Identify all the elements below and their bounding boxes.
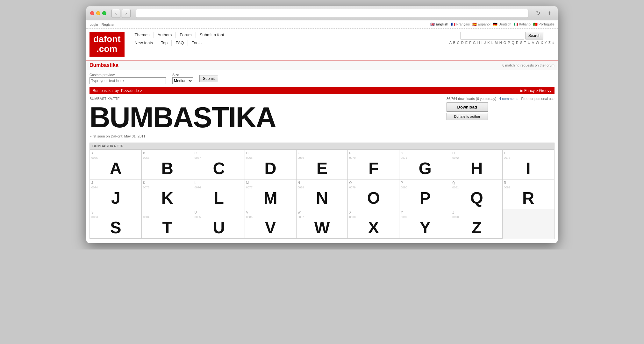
- char-code: 0073: [504, 156, 510, 159]
- page-content: Login | Register 🇬🇧 English 🇫🇷 Français …: [86, 20, 558, 243]
- char-glyph: B: [143, 160, 192, 177]
- font-name-link[interactable]: Bumbastika: [93, 88, 113, 93]
- author-link[interactable]: Pizzadude: [121, 88, 139, 93]
- minimize-button[interactable]: [96, 11, 100, 15]
- close-button[interactable]: [90, 11, 94, 15]
- char-glyph: T: [143, 219, 192, 236]
- char-code: 0071: [401, 156, 407, 159]
- char-cell-p: P0080 P: [399, 179, 451, 209]
- custom-preview-label: Custom preview: [89, 73, 166, 77]
- nav-tools[interactable]: Tools: [188, 40, 205, 46]
- char-label: N0078: [298, 181, 347, 190]
- nav-forum[interactable]: Forum: [176, 32, 196, 38]
- char-code: 0079: [349, 186, 355, 189]
- char-code: 0067: [195, 156, 201, 159]
- char-label: B0066: [143, 151, 192, 160]
- char-label: G0071: [401, 151, 449, 160]
- char-cell-i: I0073 I: [503, 150, 554, 179]
- char-glyph: N: [298, 190, 347, 206]
- top-bar: Login | Register 🇬🇧 English 🇫🇷 Français …: [86, 20, 558, 29]
- site-logo[interactable]: dafont .com: [89, 32, 125, 57]
- lang-en[interactable]: 🇬🇧 English: [430, 22, 448, 26]
- nav-authors[interactable]: Authors: [154, 32, 176, 38]
- char-code: 0074: [91, 186, 98, 189]
- char-cell-j: J0074 J: [90, 179, 142, 209]
- char-label: V0086: [246, 210, 295, 219]
- font-left: BUMBASTIKA.TTF BUMBASTIKA First seen on …: [89, 95, 276, 138]
- char-code: 0066: [143, 156, 149, 159]
- nav-new-fonts[interactable]: New fonts: [131, 40, 157, 46]
- search-button[interactable]: Search: [526, 32, 543, 39]
- maximize-button[interactable]: [102, 11, 106, 15]
- custom-preview-section: Custom preview: [89, 73, 166, 84]
- char-code: 0076: [195, 186, 201, 189]
- char-cell-a: A0065 A: [90, 150, 142, 179]
- char-cell-d: D0068 D: [245, 150, 297, 179]
- font-downloads: 36,764 downloads (6 yesterday) 4 comment…: [447, 97, 555, 101]
- login-link[interactable]: Login: [89, 23, 98, 26]
- char-label: D0068: [246, 151, 295, 160]
- font-filename: BUMBASTIKA.TTF: [89, 95, 276, 101]
- char-label: I0073: [504, 151, 553, 160]
- lang-es[interactable]: 🇪🇸 Español: [472, 22, 490, 26]
- lang-it[interactable]: 🇮🇹 Italiano: [514, 22, 531, 26]
- char-code: 0068: [246, 156, 253, 159]
- custom-preview-input[interactable]: [89, 77, 166, 84]
- nav-submit-font[interactable]: Submit a font: [196, 32, 228, 38]
- char-glyph: D: [246, 160, 295, 177]
- char-label: Y0089: [401, 210, 449, 219]
- char-code: 0088: [349, 215, 355, 219]
- font-author-bar: Bumbastika by Pizzadude ↗ in Fancy > Gro…: [89, 87, 555, 94]
- search-input[interactable]: [461, 32, 524, 39]
- char-glyph: M: [246, 190, 295, 206]
- size-select[interactable]: Medium Small Large: [172, 77, 193, 84]
- char-code: 0072: [452, 156, 459, 159]
- add-tab-button[interactable]: +: [545, 9, 554, 18]
- char-code: 0090: [452, 215, 459, 219]
- char-label: M0077: [246, 181, 295, 190]
- char-label: S0083: [91, 210, 140, 219]
- main-nav: Themes Authors Forum Submit a font: [131, 32, 443, 38]
- char-cell-y: Y0089 Y: [399, 209, 451, 239]
- lang-fr[interactable]: 🇫🇷 Français: [451, 22, 470, 26]
- nav-top[interactable]: Top: [157, 40, 172, 46]
- char-code: 0077: [246, 186, 253, 189]
- download-button[interactable]: Download: [447, 102, 488, 112]
- first-seen: First seen on DaFont: May 31, 2011: [89, 134, 276, 138]
- char-cell-k: K0075 K: [142, 179, 193, 209]
- char-glyph: X: [349, 219, 398, 236]
- char-grid-title: BUMBASTIKA.TTF: [90, 143, 554, 150]
- address-bar[interactable]: [136, 9, 528, 18]
- char-glyph: E: [298, 160, 347, 177]
- lang-de[interactable]: 🇩🇪 Deutsch: [493, 22, 511, 26]
- char-label: C0067: [195, 151, 243, 160]
- char-glyph: K: [143, 190, 192, 206]
- donate-button[interactable]: Donate to author: [447, 113, 488, 120]
- char-cell-q: Q0081 Q: [451, 179, 503, 209]
- char-cell-u: U0085 U: [193, 209, 245, 239]
- char-code: 0087: [298, 215, 304, 219]
- char-code: 0075: [143, 186, 149, 189]
- char-code: 0089: [401, 215, 407, 219]
- char-label: F0070: [349, 151, 398, 160]
- char-glyph: Z: [452, 219, 501, 236]
- char-code: 0070: [349, 156, 355, 159]
- lang-pt[interactable]: 🇵🇹 Português: [533, 22, 555, 26]
- submit-button[interactable]: Submit: [199, 75, 218, 82]
- font-title: Bumbastika: [89, 62, 118, 68]
- char-cell-e: E0069 E: [297, 150, 348, 179]
- nav-area: Themes Authors Forum Submit a font New f…: [131, 32, 443, 46]
- char-glyph: I: [504, 160, 553, 177]
- char-label: Q0081: [452, 181, 501, 190]
- char-glyph: H: [452, 160, 501, 177]
- nav-faq[interactable]: FAQ: [172, 40, 188, 46]
- char-glyph: C: [195, 160, 243, 177]
- font-info-right: 36,764 downloads (6 yesterday) 4 comment…: [447, 95, 555, 120]
- comments-link[interactable]: 4 comments: [499, 97, 518, 101]
- nav-themes[interactable]: Themes: [131, 32, 154, 38]
- register-link[interactable]: Register: [102, 23, 115, 26]
- forward-button[interactable]: ›: [122, 9, 131, 18]
- back-button[interactable]: ‹: [111, 9, 120, 18]
- reload-button[interactable]: ↻: [533, 9, 542, 18]
- font-entry: Bumbastika by Pizzadude ↗ in Fancy > Gro…: [86, 87, 558, 239]
